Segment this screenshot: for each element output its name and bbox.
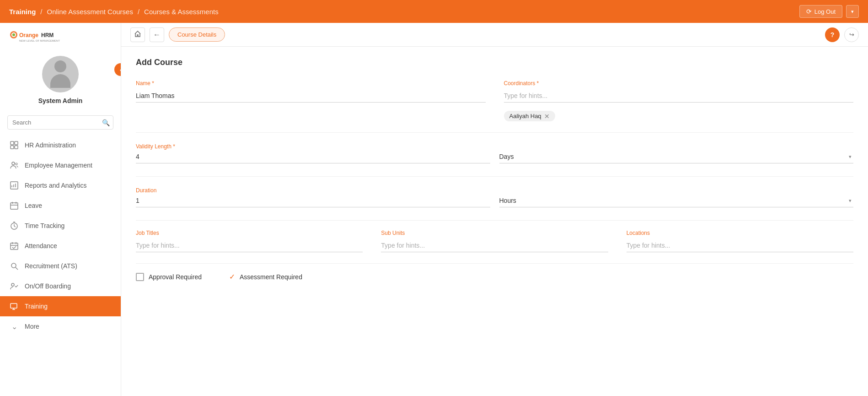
svg-text:Orange: Orange — [19, 32, 38, 38]
sidebar-item-attendance[interactable]: Attendance — [0, 236, 121, 256]
logout-icon: ⟳ — [806, 8, 812, 15]
onboarding-icon — [9, 281, 19, 291]
search-icon: 🔍 — [102, 119, 110, 126]
search-input[interactable] — [7, 115, 113, 130]
time-icon — [9, 221, 19, 231]
validity-unit-select[interactable]: Days Weeks Months Years — [499, 150, 854, 163]
sidebar-item-label-leave: Leave — [25, 202, 42, 209]
svg-rect-7 — [15, 141, 18, 145]
locations-input[interactable] — [627, 239, 853, 252]
svg-line-31 — [16, 267, 18, 270]
sidebar-item-training[interactable]: Training — [0, 296, 121, 316]
orangehrm-logo: Orange HRM NEW LEVEL OF MANAGEMENT — [9, 28, 64, 43]
svg-point-10 — [12, 162, 15, 165]
header-actions: ⟳ Log Out ▾ — [799, 5, 859, 18]
svg-point-30 — [11, 263, 16, 268]
svg-line-29 — [14, 246, 16, 249]
svg-rect-33 — [11, 304, 17, 308]
course-details-tab-label: Course Details — [177, 31, 216, 38]
sidebar-item-label-recruitment: Recruitment (ATS) — [25, 262, 77, 270]
more-chevron-icon: ⌄ — [9, 321, 19, 331]
help-button[interactable]: ? — [825, 27, 840, 42]
sub-header-right: ? ↪ — [825, 27, 859, 42]
logout-dropdown-button[interactable]: ▾ — [846, 5, 859, 18]
sidebar-item-hr-administration[interactable]: HR Administration — [0, 135, 121, 155]
sidebar-item-leave[interactable]: Leave — [0, 195, 121, 216]
form-title: Add Course — [136, 58, 853, 67]
sidebar-item-label-employee: Employee Management — [25, 162, 92, 169]
svg-text:NEW LEVEL OF MANAGEMENT: NEW LEVEL OF MANAGEMENT — [19, 39, 60, 42]
duration-label: Duration — [136, 187, 156, 194]
duration-number-input[interactable] — [136, 194, 490, 207]
recruitment-icon — [9, 261, 19, 271]
sub-header: ← Course Details ? ↪ — [121, 23, 868, 47]
sidebar: Orange HRM NEW LEVEL OF MANAGEMENT Syste… — [0, 23, 121, 396]
sub-header-left: ← Course Details — [130, 27, 225, 42]
job-titles-label: Job Titles — [136, 230, 363, 236]
sub-units-input[interactable] — [381, 239, 608, 252]
duration-unit-select[interactable]: Hours Days Weeks — [499, 194, 854, 207]
coordinator-tag-name: Aaliyah Haq — [509, 113, 541, 119]
job-titles-input[interactable] — [136, 239, 363, 252]
logout-label: Log Out — [814, 8, 836, 15]
approval-required-label: Approval Required — [149, 273, 202, 281]
name-input[interactable] — [136, 89, 486, 103]
leave-icon — [9, 201, 19, 211]
sidebar-item-reports-analytics[interactable]: Reports and Analytics — [0, 175, 121, 195]
svg-line-22 — [14, 226, 16, 227]
share-button[interactable]: ↪ — [844, 27, 859, 42]
reports-icon — [9, 180, 19, 190]
svg-rect-8 — [11, 146, 14, 149]
help-icon: ? — [830, 31, 835, 38]
breadcrumb: Training / Online Assessment Courses / C… — [9, 8, 219, 16]
training-icon — [9, 301, 19, 311]
svg-point-32 — [11, 283, 14, 286]
coordinator-tag: Aaliyah Haq ✕ — [504, 111, 555, 121]
duration-number-group — [136, 194, 490, 207]
sidebar-item-label-training: Training — [25, 303, 48, 310]
assessment-required-label: Assessment Required — [240, 273, 302, 281]
sidebar-more-item[interactable]: ⌄ More — [0, 316, 121, 336]
course-details-tab[interactable]: Course Details — [169, 27, 225, 42]
svg-point-11 — [16, 163, 17, 165]
job-subunit-location-row: Job Titles Sub Units Locations — [136, 230, 853, 252]
dropdown-arrow-icon: ▾ — [851, 9, 854, 15]
attendance-icon — [9, 241, 19, 251]
sidebar-item-label-onboarding: On/Off Boarding — [25, 282, 71, 290]
avatar-silhouette — [47, 60, 74, 88]
sidebar-item-onboarding[interactable]: On/Off Boarding — [0, 276, 121, 296]
sidebar-item-time-tracking[interactable]: Time Tracking — [0, 216, 121, 236]
form-area: Add Course Name * Coordinators * — [121, 47, 868, 396]
search-box: 🔍 — [7, 115, 113, 130]
home-icon — [134, 31, 141, 38]
assessment-required-item: ✓ Assessment Required — [229, 273, 302, 281]
employee-icon — [9, 160, 19, 170]
user-name: System Admin — [38, 97, 83, 104]
validity-unit-wrapper: Days Weeks Months Years ▾ — [499, 150, 854, 163]
home-button[interactable] — [130, 27, 145, 42]
sidebar-item-label-reports: Reports and Analytics — [25, 182, 86, 189]
coordinators-input[interactable] — [504, 89, 854, 103]
logo-area: Orange HRM NEW LEVEL OF MANAGEMENT — [0, 23, 121, 45]
back-button[interactable]: ← — [150, 27, 164, 42]
validity-section: Validity Length * Days Weeks Months — [136, 142, 853, 163]
breadcrumb-sep2: / — [138, 8, 139, 16]
svg-rect-6 — [11, 141, 14, 145]
hr-admin-icon — [9, 140, 19, 150]
sidebar-item-recruitment[interactable]: Recruitment (ATS) — [0, 256, 121, 276]
assessment-check-icon: ✓ — [229, 273, 235, 281]
duration-unit-group: Hours Days Weeks ▾ — [499, 194, 854, 207]
more-label: More — [25, 323, 39, 330]
sidebar-item-employee-management[interactable]: Employee Management — [0, 155, 121, 175]
logout-button[interactable]: ⟳ Log Out — [799, 5, 842, 18]
validity-label: Validity Length * — [136, 143, 175, 150]
coordinator-tag-remove[interactable]: ✕ — [544, 113, 550, 119]
approval-required-checkbox[interactable] — [136, 273, 144, 281]
coordinators-label: Coordinators * — [504, 80, 854, 87]
approval-required-item: Approval Required — [136, 273, 202, 281]
duration-row: Hours Days Weeks ▾ — [136, 194, 853, 207]
sidebar-item-label-hr-admin: HR Administration — [25, 141, 76, 149]
validity-number-input[interactable] — [136, 150, 490, 163]
duration-section: Duration Hours Days Weeks ▾ — [136, 186, 853, 207]
name-group: Name * — [136, 80, 486, 121]
